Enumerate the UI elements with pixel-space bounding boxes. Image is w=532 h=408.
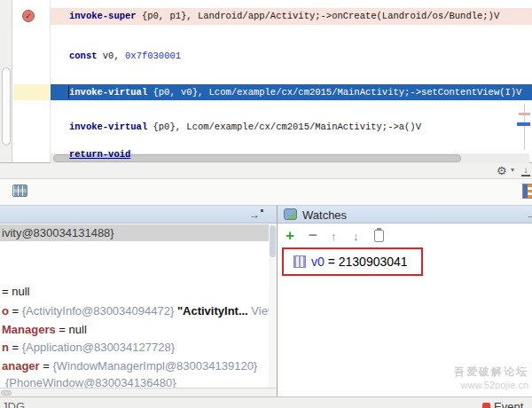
move-watch-down-button[interactable]: ↓ bbox=[353, 230, 359, 243]
code-line-const[interactable]: const v0, 0x7f030001 bbox=[51, 48, 532, 65]
variable-row-selected[interactable]: ivity@830034131488} bbox=[0, 224, 269, 241]
smali-opcode: return-void bbox=[69, 149, 130, 160]
object-address: {ActivityInfo@830034094472} bbox=[22, 304, 177, 318]
chevron-down-icon[interactable]: ▾ bbox=[511, 166, 514, 174]
object-address: {PhoneWindow@830034136480} bbox=[5, 376, 176, 388]
watch-eq: = bbox=[325, 255, 339, 269]
smali-opcode: invoke-virtual bbox=[69, 87, 147, 98]
string-preview: "ActivityInt... bbox=[177, 304, 248, 318]
object-address: {WindowManagerImpl@830034139120} bbox=[52, 359, 257, 373]
variable-eq: = bbox=[9, 304, 22, 318]
event-log-icon[interactable] bbox=[482, 403, 490, 408]
variable-row[interactable]: o = {ActivityInfo@830034094472} "Activit… bbox=[2, 303, 276, 319]
float-window-icon[interactable]: → bbox=[526, 208, 532, 221]
variable-name: Managers bbox=[2, 323, 56, 336]
variable-eq: = bbox=[40, 359, 53, 373]
error-stripe bbox=[524, 104, 525, 150]
execution-line-gutter-highlight bbox=[13, 84, 51, 100]
smali-args: {p0}, Lcom/example/cx/cm2015/MainActivit… bbox=[147, 122, 421, 132]
gear-icon[interactable]: ⚙ bbox=[497, 164, 507, 177]
smali-args: {p0, p1}, Landroid/app/Activity;->onCrea… bbox=[137, 11, 500, 21]
smali-opcode: invoke-virtual bbox=[69, 122, 147, 132]
variables-vertical-scrollbar[interactable] bbox=[269, 224, 277, 388]
variable-row[interactable]: {PhoneWindow@830034136480} bbox=[5, 375, 176, 388]
hide-panel-icon[interactable]: ↓ bbox=[521, 165, 530, 177]
watches-panel-header: Watches → bbox=[278, 206, 532, 224]
variable-name: anager bbox=[2, 359, 40, 373]
variable-value: null bbox=[69, 323, 87, 336]
watch-name: v0 bbox=[311, 255, 325, 269]
variable-row[interactable]: = null bbox=[2, 284, 29, 300]
highlight-annotation-box: v0 = 2130903041 bbox=[282, 247, 423, 276]
variables-hscrollbar-thumb[interactable] bbox=[1, 390, 12, 396]
variable-row[interactable]: anager = {WindowManagerImpl@830034139120… bbox=[2, 358, 257, 374]
variable-name: o bbox=[2, 304, 9, 318]
smali-opcode: invoke-super bbox=[69, 11, 137, 21]
breakpoint-icon[interactable]: ✓ bbox=[22, 10, 35, 22]
ide-debugger-window: ✓ invoke-super {p0, p1}, Landroid/app/Ac… bbox=[0, 0, 532, 408]
stripe-mark-current-line[interactable] bbox=[517, 122, 530, 126]
watches-icon bbox=[284, 208, 297, 220]
copy-icon[interactable] bbox=[374, 230, 384, 242]
watermark-text: 吾爱破解论坛 bbox=[454, 365, 528, 380]
move-watch-up-button[interactable]: ↑ bbox=[331, 230, 337, 243]
smali-args: v0, bbox=[98, 51, 126, 61]
add-watch-button[interactable]: + bbox=[286, 227, 294, 245]
watch-value: 2130903041 bbox=[339, 255, 408, 269]
float-window-dot bbox=[261, 209, 263, 212]
watch-row[interactable]: v0 = 2130903041 bbox=[311, 253, 408, 271]
variables-panel[interactable]: ivity@830034131488} = null o = {Activity… bbox=[0, 224, 277, 388]
remove-watch-button[interactable]: − bbox=[309, 227, 317, 245]
object-address: {Application@830034127728} bbox=[22, 341, 175, 354]
debug-actions-bar bbox=[0, 179, 532, 206]
smali-opcode: const bbox=[69, 51, 98, 61]
code-line-return[interactable]: return-void bbox=[51, 146, 532, 163]
variables-horizontal-scrollbar[interactable] bbox=[0, 388, 277, 396]
smali-args: {p0, v0}, Lcom/example/cx/cm2015/MainAct… bbox=[147, 87, 521, 98]
variable-value: null bbox=[12, 285, 29, 298]
code-line-current-execution[interactable]: invoke-virtual {p0, v0}, Lcom/example/cx… bbox=[51, 84, 532, 100]
text-caret bbox=[68, 86, 69, 98]
status-bar: JDG Event L bbox=[0, 396, 532, 408]
variable-row[interactable]: n = {Application@830034127728} bbox=[2, 340, 175, 356]
watches-panel-title: Watches bbox=[302, 208, 347, 223]
evaluate-expression-icon[interactable] bbox=[12, 184, 27, 197]
hex-literal: 0x7f030001 bbox=[125, 51, 181, 61]
variable-eq: = bbox=[2, 285, 12, 298]
variable-row[interactable]: Managers = null bbox=[2, 322, 87, 338]
variable-eq: = bbox=[56, 323, 69, 336]
stripe-mark-breakpoint[interactable] bbox=[519, 113, 530, 115]
code-line-invoke[interactable]: invoke-virtual {p0}, Lcom/example/cx/cm2… bbox=[51, 119, 532, 136]
variables-vscrollbar-thumb[interactable] bbox=[270, 225, 276, 257]
code-line-breakpoint[interactable]: invoke-super {p0, p1}, Landroid/app/Acti… bbox=[51, 8, 532, 25]
variables-panel-header: → bbox=[0, 206, 277, 224]
outer-panel-edge bbox=[0, 0, 12, 162]
float-window-icon[interactable]: → bbox=[249, 208, 260, 221]
variable-eq: = bbox=[9, 341, 22, 354]
outer-scrollbar-thumb[interactable] bbox=[2, 67, 11, 145]
editor-gutter[interactable]: ✓ bbox=[13, 0, 51, 162]
variable-name: n bbox=[2, 341, 9, 354]
event-log-label[interactable]: Event L bbox=[494, 400, 532, 408]
watermark-url: www.52pojie.cn bbox=[461, 380, 528, 390]
restore-layout-icon[interactable] bbox=[522, 184, 532, 199]
watch-variable-icon bbox=[293, 255, 306, 268]
debug-toolbar: ⚙ ▾ ↓ bbox=[0, 162, 532, 179]
status-left-text: JDG bbox=[2, 400, 25, 408]
